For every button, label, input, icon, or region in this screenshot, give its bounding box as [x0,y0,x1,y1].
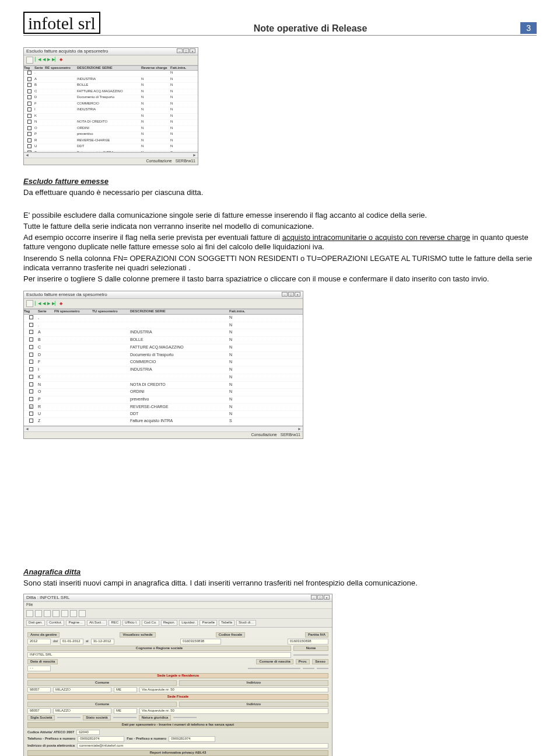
tab-tabella[interactable]: Tabella [219,620,235,626]
table-row[interactable]: NNOTA DI CREDITON [24,382,303,389]
window-controls[interactable]: –□× [281,292,300,298]
table-body[interactable]: .NAINDUSTRIANNBBOLLENNCFATTURE ACQ.MAGAZ… [24,71,198,152]
label-ateco: Codice Attivita' ATECO 2007 [27,730,74,735]
window-escludo-emesse: Escludo fatture emesse da spesometro –□×… [23,291,303,439]
window-controls[interactable]: –□× [310,595,330,601]
table-row[interactable]: FCOMMERCIONN [24,102,198,108]
table-row[interactable]: IINDUSTRIAN [24,367,303,374]
input-prov[interactable] [303,668,314,669]
input-ateco[interactable]: 62040 [76,730,100,736]
input-comune-sf[interactable]: MILAZZO [53,708,111,714]
input-nome[interactable] [293,654,328,656]
table-row[interactable]: PpreventivoN [24,396,303,404]
section-report: Report informativa privacy ABL43 [27,750,328,756]
label-anno: Anno da gestire [27,632,60,638]
tab-ufficio-i-[interactable]: Ufficio I. [123,620,140,626]
input-nascita[interactable]: - - [27,666,51,671]
label-natura: Natura giuridica [139,715,172,721]
input-sigsoc[interactable] [57,717,80,718]
table-row[interactable]: RREVERSE-CHARGENN [24,138,198,145]
window-controls[interactable]: –□× [176,48,195,54]
table-row[interactable]: KNN [24,114,198,120]
table-row[interactable]: CFATTURE ACQ.MAGAZZINONN [24,89,198,96]
table-body[interactable]: ,N.NAINDUSTRIANBBOLLENCFATTURE ACQ.MAGAZ… [24,315,303,426]
input-prov2[interactable]: ME [114,687,137,693]
input-indirizzo[interactable]: Via Acqueviole nr. 50 [139,687,328,693]
table-row[interactable]: UDDTN [24,411,303,419]
input-comune-nascita[interactable] [248,668,300,669]
toolbar[interactable]: ▏◀◀ ▶▶▏ ◆ [24,299,303,309]
table-row[interactable]: .N [24,71,198,77]
input-sesso[interactable] [317,668,328,669]
table-row[interactable]: IINDUSTRIANN [24,107,198,114]
input-tel[interactable]: 0909281974 [78,736,124,742]
input-stato[interactable] [113,717,136,718]
table-row[interactable]: CFATTURE ACQ.MAGAZZINON [24,344,303,352]
window-escludo-acquisto: Escludo fatture acquisto da spesometro –… [23,47,198,165]
tab-parcelle[interactable]: Parcelle [200,620,217,626]
label-prov: Prov. [296,659,310,665]
input-mail[interactable]: commerciale@infotelsrl.com [77,743,328,749]
tab-pagine-[interactable]: Pagine… [66,620,85,626]
tab-studi-di-[interactable]: Studi di… [236,620,256,626]
table-row[interactable]: OORDININ [24,389,303,396]
table-row[interactable]: .N [24,322,303,330]
tab-region-[interactable]: Region. [161,620,178,626]
input-piva[interactable]: 01603150838 [288,639,328,644]
tab-contitut-[interactable]: Contitut. [47,620,64,626]
table-row[interactable]: KN [24,374,303,382]
label-comune-nascita: Comune di nascita [256,659,293,665]
window-title: Escludo fatture emesse da spesometro [26,292,107,298]
header-title: Note operative di Release [254,23,368,34]
table-row[interactable]: FCOMMERCION [24,359,303,367]
window-title: Ditta : INFOTEL SRL [26,595,69,601]
tab-rec[interactable]: REC [108,620,121,626]
table-row[interactable]: DDocumento di TrasportoN [24,352,303,360]
input-al[interactable]: 31-12-2012 [91,639,114,644]
table-row[interactable]: BBOLLEN [24,337,303,344]
para: Per inserire o togliere S dalle colonne … [23,274,537,284]
tab-cod-co-[interactable]: Cod.Co. [142,620,159,626]
section-title-escludo: Escludo fatture emesse [23,177,537,186]
para: Ad esempio occorre inserire il flag nell… [23,233,537,252]
table-row[interactable]: PpreventivoNN [24,132,198,138]
input-prov-sf[interactable]: ME [114,708,137,714]
table-header: TagSerie RE spesometroDESCRIZIONE SERIE … [24,65,198,71]
para: Da effettuare quando è necessario per ci… [23,188,537,197]
toolbar[interactable] [24,609,332,619]
label-tel: Telefono - Prefisso e numero [27,737,75,741]
input-dal[interactable]: 01-01-2012 [60,639,83,644]
table-row[interactable]: RREVERSE-CHARGEN [24,404,303,411]
tab-dati-gen-[interactable]: Dati gen. [26,620,45,626]
window-ditta: Ditta : INFOTEL SRL –□× File Dati gen.Co… [23,594,332,756]
input-anno[interactable]: 2012 [27,639,51,644]
input-comune[interactable]: MILAZZO [53,687,111,693]
table-row[interactable]: AINDUSTRIAN [24,329,303,337]
table-row[interactable]: OORDININN [24,126,198,133]
menu-file[interactable]: File [24,602,332,609]
scrollbar-h[interactable] [24,426,303,431]
table-row[interactable]: DDocumento di TrasportoNN [24,95,198,102]
table-row[interactable]: NNOTA DI CREDITONN [24,120,198,126]
toolbar[interactable]: ▏◀◀ ▶▶▏ ◆ [24,55,198,65]
tab-alt-soci-[interactable]: Alt.Soci… [87,620,107,626]
input-cap[interactable]: 98057 [27,687,51,693]
section-title-anagrafica: Anagrafica ditta [23,567,537,577]
input-ragsoc[interactable]: INFOTEL SRL [27,652,291,658]
table-row[interactable]: UDDTNN [24,144,198,151]
input-indirizzo-sf[interactable]: Via Acqueviole nr. 50 [139,708,328,714]
table-row[interactable]: BBOLLENN [24,83,198,89]
scrollbar-h[interactable] [24,152,198,158]
label-comune: Comune [27,702,177,708]
label-comune: Comune [27,680,177,686]
table-row[interactable]: AINDUSTRIANN [24,77,198,83]
tabs-row[interactable]: Dati gen.Contitut.Pagine…Alt.Soci…RECUff… [24,619,332,628]
page-number: 3 [520,22,537,34]
input-fax[interactable]: 0909281974 [169,736,215,742]
input-cf[interactable]: 01603150838 [180,639,221,644]
table-row[interactable]: ZFatture acquisto INTRAS [24,418,303,426]
input-natura[interactable] [173,717,197,718]
tab-liquidaz-[interactable]: Liquidaz. [179,620,198,626]
input-cap-sf[interactable]: 98057 [27,708,51,714]
table-row[interactable]: ,N [24,315,303,322]
